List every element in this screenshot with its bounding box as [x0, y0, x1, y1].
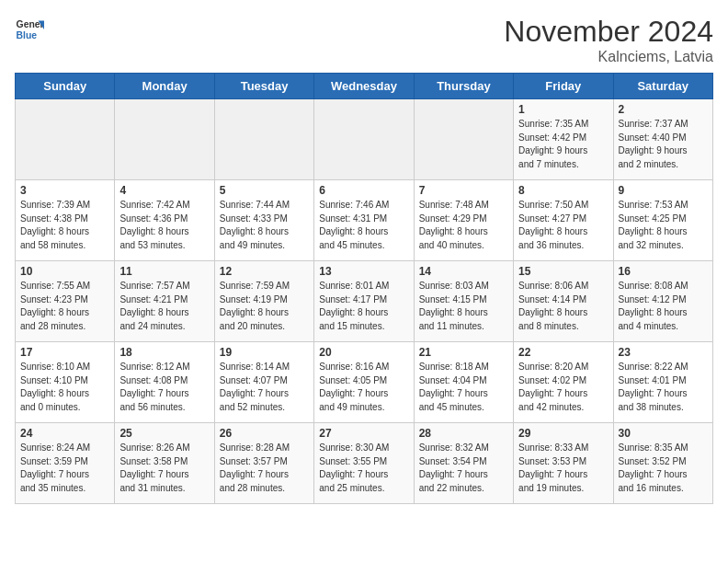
day-number: 23 [619, 346, 708, 359]
day-info: Sunrise: 8:30 AM Sunset: 3:55 PM Dayligh… [319, 442, 408, 495]
col-header-sunday: Sunday [16, 74, 115, 99]
day-info: Sunrise: 8:20 AM Sunset: 4:02 PM Dayligh… [518, 361, 608, 414]
title-area: November 2024 Kalnciems, Latvia [504, 15, 713, 65]
day-cell: 28Sunrise: 8:32 AM Sunset: 3:54 PM Dayli… [414, 423, 513, 504]
day-info: Sunrise: 8:06 AM Sunset: 4:14 PM Dayligh… [518, 280, 608, 333]
day-cell: 6Sunrise: 7:46 AM Sunset: 4:31 PM Daylig… [314, 180, 414, 261]
day-info: Sunrise: 8:01 AM Sunset: 4:17 PM Dayligh… [319, 280, 408, 333]
day-cell: 8Sunrise: 7:50 AM Sunset: 4:27 PM Daylig… [514, 180, 613, 261]
day-info: Sunrise: 8:03 AM Sunset: 4:15 PM Dayligh… [419, 280, 508, 333]
day-number: 7 [419, 184, 508, 197]
day-number: 18 [119, 346, 209, 359]
day-cell [16, 99, 115, 180]
day-cell: 27Sunrise: 8:30 AM Sunset: 3:55 PM Dayli… [314, 423, 414, 504]
day-number: 28 [419, 427, 508, 440]
col-header-tuesday: Tuesday [214, 74, 313, 99]
day-number: 21 [419, 346, 508, 359]
day-cell: 19Sunrise: 8:14 AM Sunset: 4:07 PM Dayli… [214, 342, 313, 423]
day-cell: 25Sunrise: 8:26 AM Sunset: 3:58 PM Dayli… [115, 423, 214, 504]
day-info: Sunrise: 7:59 AM Sunset: 4:19 PM Dayligh… [220, 280, 309, 333]
day-cell: 14Sunrise: 8:03 AM Sunset: 4:15 PM Dayli… [414, 261, 513, 342]
day-cell: 5Sunrise: 7:44 AM Sunset: 4:33 PM Daylig… [214, 180, 313, 261]
day-number: 15 [518, 265, 608, 278]
day-number: 12 [220, 265, 309, 278]
day-number: 10 [20, 265, 109, 278]
day-info: Sunrise: 7:48 AM Sunset: 4:29 PM Dayligh… [419, 199, 508, 252]
week-row-2: 3Sunrise: 7:39 AM Sunset: 4:38 PM Daylig… [16, 180, 713, 261]
day-cell: 22Sunrise: 8:20 AM Sunset: 4:02 PM Dayli… [514, 342, 613, 423]
day-info: Sunrise: 8:14 AM Sunset: 4:07 PM Dayligh… [220, 361, 309, 414]
day-info: Sunrise: 7:50 AM Sunset: 4:27 PM Dayligh… [518, 199, 608, 252]
day-number: 2 [619, 103, 708, 116]
day-number: 16 [619, 265, 708, 278]
day-info: Sunrise: 7:53 AM Sunset: 4:25 PM Dayligh… [619, 199, 708, 252]
day-number: 8 [518, 184, 608, 197]
day-number: 24 [20, 427, 109, 440]
day-cell: 3Sunrise: 7:39 AM Sunset: 4:38 PM Daylig… [16, 180, 115, 261]
day-info: Sunrise: 8:08 AM Sunset: 4:12 PM Dayligh… [619, 280, 708, 333]
day-info: Sunrise: 8:18 AM Sunset: 4:04 PM Dayligh… [419, 361, 508, 414]
day-number: 29 [518, 427, 608, 440]
day-number: 4 [119, 184, 209, 197]
week-row-1: 1Sunrise: 7:35 AM Sunset: 4:42 PM Daylig… [16, 99, 713, 180]
day-number: 13 [319, 265, 408, 278]
day-number: 14 [419, 265, 508, 278]
week-row-4: 17Sunrise: 8:10 AM Sunset: 4:10 PM Dayli… [16, 342, 713, 423]
calendar-table: SundayMondayTuesdayWednesdayThursdayFrid… [15, 73, 713, 504]
day-cell [115, 99, 214, 180]
header-row: SundayMondayTuesdayWednesdayThursdayFrid… [16, 74, 713, 99]
day-info: Sunrise: 7:44 AM Sunset: 4:33 PM Dayligh… [220, 199, 309, 252]
day-info: Sunrise: 8:32 AM Sunset: 3:54 PM Dayligh… [419, 442, 508, 495]
day-number: 25 [119, 427, 209, 440]
day-number: 26 [220, 427, 309, 440]
day-cell: 21Sunrise: 8:18 AM Sunset: 4:04 PM Dayli… [414, 342, 513, 423]
day-cell: 26Sunrise: 8:28 AM Sunset: 3:57 PM Dayli… [214, 423, 313, 504]
day-number: 19 [220, 346, 309, 359]
day-cell: 2Sunrise: 7:37 AM Sunset: 4:40 PM Daylig… [613, 99, 712, 180]
day-info: Sunrise: 8:22 AM Sunset: 4:01 PM Dayligh… [619, 361, 708, 414]
day-info: Sunrise: 8:28 AM Sunset: 3:57 PM Dayligh… [220, 442, 309, 495]
svg-text:Blue: Blue [17, 30, 38, 40]
header: General Blue November 2024 Kalnciems, La… [15, 15, 713, 65]
day-info: Sunrise: 8:10 AM Sunset: 4:10 PM Dayligh… [20, 361, 109, 414]
day-cell: 10Sunrise: 7:55 AM Sunset: 4:23 PM Dayli… [16, 261, 115, 342]
day-cell: 4Sunrise: 7:42 AM Sunset: 4:36 PM Daylig… [115, 180, 214, 261]
col-header-friday: Friday [514, 74, 613, 99]
day-info: Sunrise: 7:42 AM Sunset: 4:36 PM Dayligh… [119, 199, 209, 252]
day-info: Sunrise: 7:55 AM Sunset: 4:23 PM Dayligh… [20, 280, 109, 333]
day-number: 20 [319, 346, 408, 359]
col-header-saturday: Saturday [613, 74, 712, 99]
col-header-thursday: Thursday [414, 74, 513, 99]
day-number: 11 [119, 265, 209, 278]
day-cell: 17Sunrise: 8:10 AM Sunset: 4:10 PM Dayli… [16, 342, 115, 423]
day-cell: 18Sunrise: 8:12 AM Sunset: 4:08 PM Dayli… [115, 342, 214, 423]
day-info: Sunrise: 8:33 AM Sunset: 3:53 PM Dayligh… [518, 442, 608, 495]
day-cell [314, 99, 414, 180]
day-number: 22 [518, 346, 608, 359]
day-info: Sunrise: 8:24 AM Sunset: 3:59 PM Dayligh… [20, 442, 109, 495]
week-row-3: 10Sunrise: 7:55 AM Sunset: 4:23 PM Dayli… [16, 261, 713, 342]
day-cell: 15Sunrise: 8:06 AM Sunset: 4:14 PM Dayli… [514, 261, 613, 342]
day-number: 5 [220, 184, 309, 197]
day-cell: 16Sunrise: 8:08 AM Sunset: 4:12 PM Dayli… [613, 261, 712, 342]
day-cell: 1Sunrise: 7:35 AM Sunset: 4:42 PM Daylig… [514, 99, 613, 180]
day-cell [414, 99, 513, 180]
day-number: 30 [619, 427, 708, 440]
day-number: 17 [20, 346, 109, 359]
logo: General Blue [15, 15, 44, 44]
day-number: 6 [319, 184, 408, 197]
day-info: Sunrise: 8:26 AM Sunset: 3:58 PM Dayligh… [119, 442, 209, 495]
day-info: Sunrise: 8:35 AM Sunset: 3:52 PM Dayligh… [619, 442, 708, 495]
day-info: Sunrise: 8:16 AM Sunset: 4:05 PM Dayligh… [319, 361, 408, 414]
day-info: Sunrise: 7:35 AM Sunset: 4:42 PM Dayligh… [518, 118, 608, 171]
day-cell: 9Sunrise: 7:53 AM Sunset: 4:25 PM Daylig… [613, 180, 712, 261]
day-cell [214, 99, 313, 180]
day-cell: 29Sunrise: 8:33 AM Sunset: 3:53 PM Dayli… [514, 423, 613, 504]
day-cell: 24Sunrise: 8:24 AM Sunset: 3:59 PM Dayli… [16, 423, 115, 504]
day-info: Sunrise: 7:39 AM Sunset: 4:38 PM Dayligh… [20, 199, 109, 252]
week-row-5: 24Sunrise: 8:24 AM Sunset: 3:59 PM Dayli… [16, 423, 713, 504]
day-number: 27 [319, 427, 408, 440]
col-header-wednesday: Wednesday [314, 74, 414, 99]
day-number: 1 [518, 103, 608, 116]
day-info: Sunrise: 7:46 AM Sunset: 4:31 PM Dayligh… [319, 199, 408, 252]
